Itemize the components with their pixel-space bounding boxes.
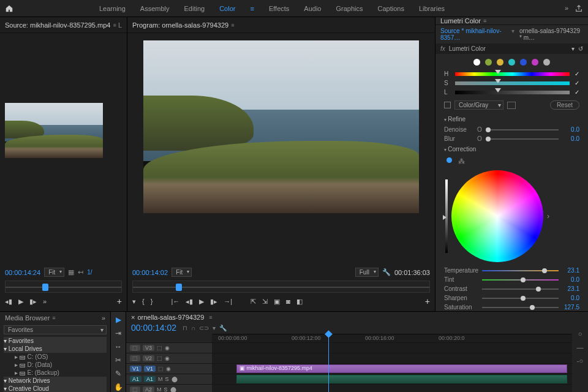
goto-in-icon[interactable]: |← — [171, 298, 179, 305]
compare-icon[interactable]: ◧ — [296, 298, 303, 306]
tree-drive-e[interactable]: ▸ 🖴 E: (Backup) — [4, 369, 107, 377]
hue-slider[interactable] — [455, 72, 570, 76]
ws-graphics[interactable]: Graphics — [336, 5, 363, 12]
adjust-value[interactable]: 0.0 — [561, 295, 579, 301]
program-fit-dropdown[interactable]: Fit — [172, 268, 192, 277]
effect-dropdown-icon[interactable]: ▾ ↺ — [571, 45, 583, 52]
adjust-slider[interactable] — [482, 288, 559, 290]
eye-icon[interactable]: ◉ — [165, 345, 170, 351]
favorites-dropdown[interactable]: Favorites — [4, 325, 107, 334]
tree-local-drives[interactable]: ▾ Local Drives — [4, 345, 107, 353]
swatch[interactable] — [473, 59, 480, 66]
eye-icon[interactable]: ◉ — [166, 366, 171, 372]
program-image[interactable] — [143, 40, 419, 213]
ws-audio[interactable]: Audio — [304, 5, 321, 12]
play-icon[interactable]: ▶ — [199, 298, 204, 306]
home-icon[interactable] — [5, 4, 13, 13]
ws-effects[interactable]: Effects — [269, 5, 289, 12]
zoom-icon[interactable]: ○ — [578, 330, 582, 337]
step-fwd-icon[interactable]: ▮▸ — [29, 298, 37, 306]
adjust-slider[interactable] — [482, 307, 559, 308]
tree-drive-d[interactable]: ▸ 🖴 D: (Data) — [4, 361, 107, 369]
snap-icon[interactable]: ⊓ — [183, 325, 187, 331]
check-icon[interactable]: ✓ — [575, 70, 579, 77]
hand-tool-icon[interactable]: ✋ — [114, 383, 123, 391]
tree-cc[interactable]: ▾ Creative Cloud — [4, 385, 107, 392]
colorgray-checkbox[interactable] — [444, 102, 451, 108]
solo-icon[interactable]: S — [165, 376, 169, 382]
rec-icon[interactable]: ⬤ — [172, 376, 178, 382]
a2-label[interactable]: A2 — [143, 386, 154, 392]
lum-slider[interactable] — [455, 91, 570, 94]
source-grid-icon[interactable]: ▦ — [68, 268, 74, 276]
adjust-value[interactable]: 23.1 — [561, 285, 579, 292]
ws-libraries[interactable]: Libraries — [419, 5, 445, 12]
tree-drive-c[interactable]: ▸ 🖴 C: (OS) — [4, 353, 107, 361]
source-timecode[interactable]: 00:00:14:24 — [5, 269, 40, 276]
overflow-icon[interactable]: » — [565, 4, 567, 13]
share-icon[interactable] — [575, 4, 583, 13]
extract-icon[interactable]: ⇲ — [262, 298, 268, 306]
swatch[interactable] — [532, 59, 538, 66]
step-back-icon[interactable]: ◂▮ — [5, 298, 12, 306]
timeline-timecode[interactable]: 00:00:14:02 — [131, 323, 176, 333]
param-value[interactable]: 0.0 — [562, 126, 579, 133]
correction-section[interactable]: Correction — [435, 143, 588, 155]
lift-icon[interactable]: ⇱ — [251, 298, 256, 306]
solo-icon[interactable]: S — [164, 386, 168, 392]
three-wheel-icon[interactable]: ⁂ — [458, 157, 465, 165]
adjust-slider[interactable] — [482, 279, 559, 281]
source-half-icon[interactable]: ↤ — [78, 268, 83, 276]
v3-label[interactable]: V3 — [143, 345, 154, 351]
video-clip[interactable]: ▣ mikhail-nilov-8357295.mp4 — [236, 364, 567, 373]
swatch[interactable] — [508, 59, 515, 66]
sat-slider[interactable] — [455, 81, 570, 85]
single-wheel-icon[interactable] — [447, 157, 452, 163]
eyedropper-icon[interactable] — [507, 102, 516, 109]
lock-icon[interactable]: ⬚ — [130, 345, 140, 351]
source-image[interactable] — [5, 103, 103, 158]
wrench-icon[interactable]: 🔧 — [382, 268, 391, 276]
luma-bar[interactable] — [445, 179, 448, 253]
razor-tool-icon[interactable]: ✂ — [115, 356, 121, 364]
param-slider[interactable] — [486, 138, 559, 140]
colorgray-dropdown[interactable]: Color/Gray — [454, 100, 503, 110]
adjust-value[interactable]: 0.0 — [561, 276, 579, 283]
tree-network[interactable]: ▾ Network Drives — [4, 377, 107, 385]
in-icon[interactable]: { — [142, 298, 145, 305]
tree-favorites[interactable]: ▾ Favorites — [4, 337, 107, 345]
overflow-icon[interactable]: » — [102, 314, 105, 322]
program-quality-dropdown[interactable]: Full — [355, 268, 379, 277]
eye-icon[interactable]: ◉ — [165, 355, 170, 361]
swatch[interactable] — [520, 59, 527, 66]
track-select-tool-icon[interactable]: ⇥ — [115, 329, 121, 337]
play-icon[interactable]: ▶ — [18, 298, 23, 306]
v1-label[interactable]: V1 — [144, 366, 156, 372]
ripple-tool-icon[interactable]: ↔ — [115, 342, 122, 351]
selection-tool-icon[interactable]: ▶ — [116, 315, 121, 324]
lock-icon[interactable]: ⬚ — [130, 386, 140, 392]
param-value[interactable]: 0.0 — [562, 135, 579, 142]
v1-source-label[interactable]: V1 — [130, 366, 141, 372]
export-frame-icon[interactable]: ▣ — [274, 298, 280, 306]
adjust-slider[interactable] — [482, 270, 559, 271]
ws-editing[interactable]: Editing — [184, 5, 205, 12]
wheel-center-icon[interactable]: + — [495, 212, 499, 221]
program-playhead[interactable] — [176, 284, 182, 291]
param-slider[interactable] — [486, 129, 559, 130]
timeline-playhead[interactable] — [328, 333, 329, 392]
lock-icon[interactable]: ⬚ — [130, 355, 140, 361]
source-ruler[interactable] — [5, 281, 122, 293]
more-icon[interactable]: » — [43, 298, 47, 305]
link-icon[interactable]: ⊂⊃ — [199, 325, 209, 331]
collapse-icon[interactable]: — — [577, 344, 584, 351]
add-button-icon[interactable]: + — [117, 296, 122, 306]
next-wheel-icon[interactable]: › — [547, 212, 549, 221]
out-icon[interactable]: } — [151, 298, 153, 305]
reset-button[interactable]: Reset — [550, 100, 579, 110]
program-timecode[interactable]: 00:00:14:02 — [132, 269, 168, 276]
audio-clip[interactable] — [236, 375, 567, 383]
program-ruler[interactable] — [132, 281, 430, 293]
check-icon[interactable]: ✓ — [575, 89, 579, 96]
toggle-icon[interactable]: ⬚ — [157, 345, 162, 351]
